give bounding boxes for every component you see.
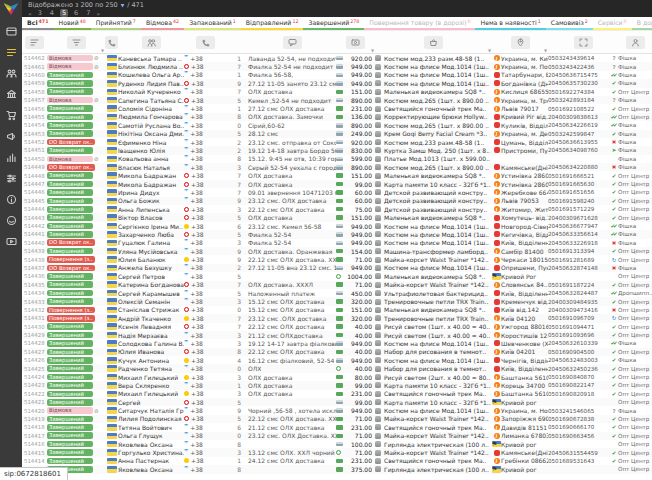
table-row[interactable]: 514414ЗавершенийАнна Пастернак+38124.12 …	[22, 457, 652, 465]
table-row[interactable]: 514448ЗавершенийМикола Бадражан+387ОЛХ д…	[22, 171, 652, 179]
table-row[interactable]: 514420Відмова⊘Ситарчук Наталія Гр..*+389…	[22, 406, 652, 414]
table-row[interactable]: 514427ЗавершенийЮлия Иванова+38822.12 см…	[22, 348, 652, 356]
address-filter-caret[interactable]: ▼	[544, 48, 547, 53]
table-row[interactable]: 514426ЗавершенийКучук Антонина+38416.12 …	[22, 356, 652, 364]
table-row[interactable]: 514422ЗавершенийМихаил Гилецький+383ОЛХ …	[22, 390, 652, 398]
col-order-id[interactable]	[22, 31, 47, 53]
col-callback[interactable]	[105, 31, 118, 53]
tab-5[interactable]: Запакований1	[184, 17, 241, 30]
megaphone-icon[interactable]	[0, 126, 22, 147]
range-dropdown-caret[interactable]: ▼	[121, 3, 124, 8]
dashboard-icon[interactable]	[0, 21, 22, 42]
page-button-4[interactable]: 4	[48, 9, 56, 17]
table-row[interactable]: 514459ЗавершенийРуденко Лидия Пав..+3892…	[22, 79, 652, 87]
page-button-7[interactable]: 7	[84, 9, 92, 17]
table-row[interactable]: 514461Відмова⊘Близнюк Людмила ..+387Фиал…	[22, 62, 652, 70]
table-row[interactable]: 514462Відмова⊘Каневська Тамара ..*+381Ла…	[22, 54, 652, 62]
table-row[interactable]: 514455ЗавершенийЛюдмила Гончарова*+388ОЛ…	[22, 113, 652, 121]
tab-1[interactable]: Всі471	[22, 17, 54, 30]
table-row[interactable]: 514452DO Возврат ок..Єфименко Ніна*+3822…	[22, 138, 652, 146]
table-row[interactable]: 514442ЗавершенийСергієнко Ірина Ми..+386…	[22, 222, 652, 230]
col-total[interactable]: ▼	[336, 31, 375, 53]
table-row[interactable]: 514429ЗавершенийНадія Мерзаєва*+38321.12…	[22, 331, 652, 339]
tab-12[interactable]: В дорозі додому0	[632, 17, 652, 30]
table-row[interactable]: 514441ЗавершенийЗахарченко Люба+385Фиалк…	[22, 230, 652, 238]
table-row[interactable]: 514443ЗавершенийВіктор Власов+385ОЛХ дос…	[22, 213, 652, 221]
money-icon[interactable]	[346, 36, 365, 49]
info-icon[interactable]	[0, 189, 22, 210]
table-row[interactable]: 514428ЗавершенийСолодкова Галина В..*+38…	[22, 339, 652, 347]
table-row[interactable]: 514418ЗавершенийТетяна Войтович*+38621.1…	[22, 423, 652, 431]
table-row[interactable]: 514453ЗавершенийНікітіна Оксана Дми..*+3…	[22, 130, 652, 138]
table-row[interactable]: 514436ЗавершенийСергей Петров*+3851004.0…	[22, 272, 652, 280]
tab-3[interactable]: Прийнятий7	[91, 17, 141, 30]
table-row[interactable]: 514447ЗавершенийМикола Бадражан+387ОЛХ д…	[22, 180, 652, 188]
col-days[interactable]	[226, 31, 248, 53]
table-row[interactable]: 514421ЗавершенийСергей+38599.00Карта пам…	[22, 398, 652, 406]
stats-icon[interactable]	[0, 147, 22, 168]
manager-icon[interactable]	[626, 36, 645, 49]
first-page-button[interactable]: «	[28, 10, 32, 17]
product-filter-caret[interactable]: ▼	[488, 48, 491, 53]
tab-2[interactable]: Новий48	[54, 17, 91, 30]
video-icon[interactable]	[0, 231, 22, 252]
last-page-button[interactable]: »	[96, 10, 100, 17]
table-row[interactable]: 514439ЗавершенийУляна Мусійовська*+389ОЛ…	[22, 247, 652, 255]
table-row[interactable]: 514415ЗавершенийГоргулько Христина..*+38…	[22, 448, 652, 456]
tab-6[interactable]: Відправлений12	[241, 17, 304, 30]
table-row[interactable]: 514417ЗавершенийОльга Глущук*+38023.12 с…	[22, 432, 652, 440]
status-filter-caret[interactable]: ▼	[101, 48, 104, 53]
app-logo[interactable]	[4, 3, 19, 15]
tab-11[interactable]: Сервіси0	[593, 17, 632, 30]
table-row[interactable]: 514451ЗавершенийІващенко Юлія*+38219.12 …	[22, 146, 652, 154]
sort-icon[interactable]	[25, 36, 44, 49]
table-row[interactable]: 514419ЗавершенийЛилия Подолинская+38522.…	[22, 415, 652, 423]
comment-icon[interactable]	[283, 36, 302, 49]
col-comment[interactable]	[248, 31, 336, 53]
cart-icon[interactable]	[0, 105, 22, 126]
table-row[interactable]: 514424ЗавершенийМихаил Гилецький+383ОЛХ …	[22, 373, 652, 381]
callback-icon[interactable]	[105, 36, 118, 49]
page-button-5[interactable]: 5	[60, 9, 68, 17]
table-row[interactable]: 514438Повернення (з..Юлия Баланюк+38922.…	[22, 255, 652, 263]
location-pin-icon[interactable]	[511, 36, 530, 49]
table-row[interactable]: 514454ЗавершенийСамотій Руслана Во..*+38…	[22, 121, 652, 129]
table-row[interactable]: 514445ЗавершенийОльга Божик*+38923.12 см…	[22, 197, 652, 205]
table-row[interactable]: 514460ЗавершенийКошелева Ольга Ар..*+381…	[22, 71, 652, 79]
orders-icon[interactable]	[0, 42, 22, 63]
table-row[interactable]: 514458ЗавершенийНиколай Кучеренко*+387ОЛ…	[22, 88, 652, 96]
table-row[interactable]: 514425ЗавершенийРадченко Тетяна*+380ОЛХ4…	[22, 364, 652, 372]
col-status[interactable]: ▼	[47, 31, 105, 53]
support-icon[interactable]	[0, 210, 22, 231]
page-button-3[interactable]: 3	[36, 9, 44, 17]
tab-4[interactable]: Відмова42	[141, 17, 184, 30]
tab-7[interactable]: Завершений278	[303, 17, 364, 30]
contacts-icon[interactable]	[0, 63, 22, 84]
customers-icon[interactable]	[142, 36, 161, 49]
table-row[interactable]: 514437DO Возврат ок..Анжела Безушку*+382…	[22, 264, 652, 272]
table-row[interactable]: 514444ЗавершенийАнна Липенська+38322.12 …	[22, 205, 652, 213]
bank-icon[interactable]	[0, 84, 22, 105]
table-row[interactable]: 514413ЗавершенийЯковлева Оксана*+388375.…	[22, 465, 652, 473]
tab-10[interactable]: Самовивіз2	[546, 17, 593, 30]
tab-9[interactable]: Нема в наявності1	[475, 17, 545, 30]
col-manager[interactable]	[618, 31, 652, 53]
col-tracking[interactable]	[548, 31, 618, 53]
table-row[interactable]: 514435ЗавершенийКатерина Богданова+387ОЛ…	[22, 281, 652, 289]
table-row[interactable]: 514430ЗавершенийКсенія Левадняя+38722.12…	[22, 323, 652, 331]
col-customer[interactable]	[118, 31, 184, 53]
tracking-icon[interactable]	[574, 36, 593, 49]
table-row[interactable]: 514432Повернення (з..Станіслав Стрижак+3…	[22, 306, 652, 314]
table-row[interactable]: 514446ЗавершенийИрина Дидух*+38709.01 зв…	[22, 188, 652, 196]
total-filter-caret[interactable]: ▼	[371, 48, 374, 53]
col-product[interactable]: ▼	[375, 31, 492, 53]
table-row[interactable]: 514440DO Возврат ок..Гуцалюк Галина*+383…	[22, 239, 652, 247]
page-button-6[interactable]: 6	[72, 9, 80, 17]
table-row[interactable]: 514449DO Возврат ок..Власюк Наталья*+383…	[22, 163, 652, 171]
basket-icon[interactable]	[424, 36, 443, 49]
table-row[interactable]: 514434ЗавершенийСергей Карамышев*+385Нал…	[22, 289, 652, 297]
col-address[interactable]: ▼	[492, 31, 548, 53]
table-row[interactable]: 514423ЗавершенийВера Скляренко*+381ОЛХ д…	[22, 381, 652, 389]
phone-icon[interactable]	[196, 36, 215, 49]
table-row[interactable]: 514457Відмова⊘Сапегина Татьяна С..+385Ке…	[22, 96, 652, 104]
